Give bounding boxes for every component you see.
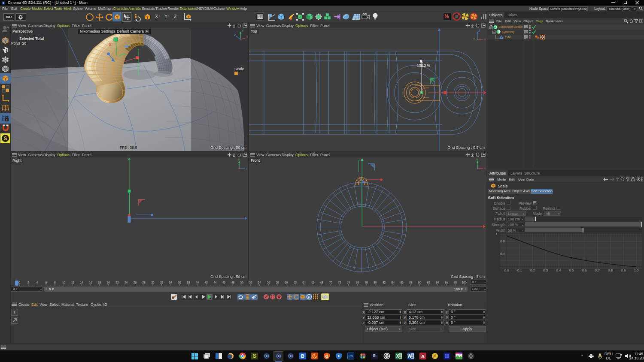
svg-text:88: 88 xyxy=(409,281,413,284)
svg-text:64: 64 xyxy=(302,281,306,284)
svg-text:100: 100 xyxy=(462,281,467,284)
svg-text:Z: Z xyxy=(246,167,248,169)
svg-text:Y: Y xyxy=(242,29,244,32)
svg-text:72: 72 xyxy=(338,281,341,284)
svg-text:38: 38 xyxy=(187,281,190,284)
svg-text:28: 28 xyxy=(142,281,146,284)
svg-text:34: 34 xyxy=(169,281,173,284)
svg-text:26: 26 xyxy=(134,281,137,284)
svg-text:0: 0 xyxy=(18,281,20,284)
svg-text:Z: Z xyxy=(478,29,480,32)
svg-text:68: 68 xyxy=(320,281,324,284)
svg-text:P: P xyxy=(308,295,310,299)
svg-text:46: 46 xyxy=(222,281,226,284)
svg-text:74: 74 xyxy=(347,281,350,284)
svg-text:Y: Y xyxy=(238,158,240,161)
svg-text:84: 84 xyxy=(392,281,395,284)
svg-text:62: 62 xyxy=(294,281,297,284)
svg-text:S: S xyxy=(3,136,7,142)
svg-text:0.5: 0.5 xyxy=(569,268,574,272)
svg-text:56: 56 xyxy=(267,281,270,284)
svg-text:X: X xyxy=(246,35,248,38)
svg-text:90: 90 xyxy=(418,281,422,284)
svg-text:92: 92 xyxy=(427,281,430,284)
svg-text:76: 76 xyxy=(356,281,359,284)
svg-text:10: 10 xyxy=(62,281,66,284)
svg-text:8: 8 xyxy=(54,281,56,284)
svg-text:32: 32 xyxy=(160,281,164,284)
svg-text:4: 4 xyxy=(36,281,38,284)
svg-text:0.8: 0.8 xyxy=(608,268,613,272)
svg-text:80: 80 xyxy=(374,281,377,284)
svg-text:58: 58 xyxy=(276,281,279,284)
svg-text:2: 2 xyxy=(27,281,29,284)
svg-text:0.6: 0.6 xyxy=(582,268,587,272)
svg-text:86: 86 xyxy=(400,281,404,284)
svg-text:24: 24 xyxy=(125,281,128,284)
svg-text:96: 96 xyxy=(445,281,448,284)
svg-text:40: 40 xyxy=(196,281,199,284)
svg-text:78: 78 xyxy=(365,281,368,284)
svg-text:0.3: 0.3 xyxy=(543,268,548,272)
svg-text:Y: Y xyxy=(476,158,478,161)
svg-text:12: 12 xyxy=(71,281,75,284)
svg-text:6: 6 xyxy=(45,281,47,284)
svg-text:Y: Y xyxy=(473,38,475,40)
svg-text:0.9: 0.9 xyxy=(621,268,626,272)
svg-text:A: A xyxy=(421,354,425,359)
svg-text:48: 48 xyxy=(231,281,235,284)
svg-text:22: 22 xyxy=(115,281,119,284)
svg-text:20: 20 xyxy=(107,281,110,284)
svg-text:52: 52 xyxy=(249,281,252,284)
svg-text:X: X xyxy=(484,38,486,40)
svg-text:66: 66 xyxy=(311,281,315,284)
svg-text:1.0: 1.0 xyxy=(634,268,639,272)
svg-text:0.7: 0.7 xyxy=(595,268,600,272)
svg-text:0.0: 0.0 xyxy=(504,268,509,272)
svg-text:18: 18 xyxy=(98,281,101,284)
svg-text:G: G xyxy=(325,354,328,359)
svg-text:138.2 %: 138.2 % xyxy=(417,63,431,68)
svg-text:X: X xyxy=(484,167,486,169)
svg-text:30: 30 xyxy=(151,281,155,284)
svg-text:◄◄: ◄◄ xyxy=(209,297,213,300)
svg-text:0.1: 0.1 xyxy=(517,268,522,272)
svg-text:X: X xyxy=(396,354,399,359)
svg-text:50: 50 xyxy=(240,281,243,284)
svg-text:W: W xyxy=(407,354,412,359)
svg-text:82: 82 xyxy=(383,281,386,284)
svg-text:44: 44 xyxy=(213,281,217,284)
svg-text:0.2: 0.2 xyxy=(530,268,535,272)
svg-text:60: 60 xyxy=(285,281,288,284)
svg-text:0.4: 0.4 xyxy=(556,268,561,272)
svg-text:14: 14 xyxy=(80,281,83,284)
svg-text:70: 70 xyxy=(329,281,333,284)
svg-text:98: 98 xyxy=(454,281,457,284)
svg-text:16: 16 xyxy=(89,281,92,284)
svg-text:Z: Z xyxy=(234,33,236,36)
svg-text:54: 54 xyxy=(258,281,261,284)
svg-text:42: 42 xyxy=(204,281,208,284)
svg-text:0.4: 0.4 xyxy=(500,252,505,256)
svg-text:94: 94 xyxy=(436,281,439,284)
svg-text:0.8: 0.8 xyxy=(500,239,505,243)
svg-text:36: 36 xyxy=(178,281,181,284)
